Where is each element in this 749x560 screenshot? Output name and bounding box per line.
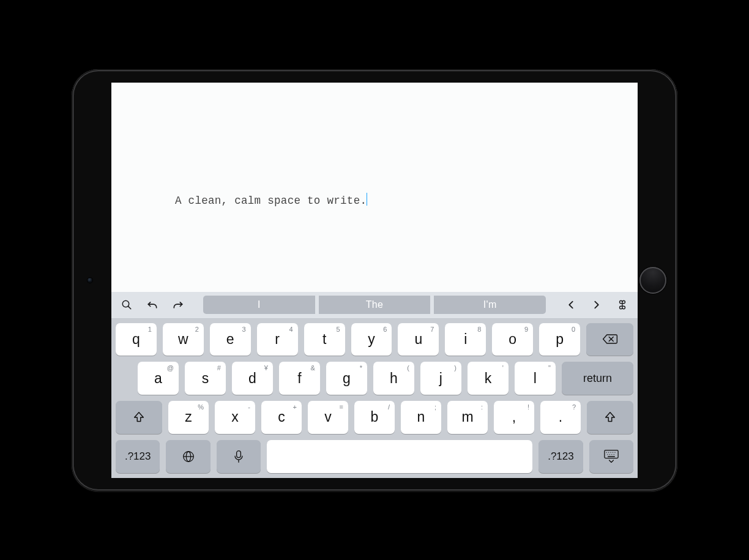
shift-icon — [132, 411, 146, 424]
backspace-icon — [602, 333, 619, 345]
numbers-key-right[interactable]: .?123 — [538, 440, 583, 473]
ipad-frame: A clean, calm space to write. I The I'm — [72, 69, 677, 491]
key-o[interactable]: 9o — [492, 323, 533, 356]
key-n[interactable]: ;n — [401, 401, 441, 434]
key-g[interactable]: *g — [326, 362, 367, 395]
redo-icon[interactable] — [168, 294, 188, 315]
key-b[interactable]: /b — [354, 401, 395, 434]
key-p[interactable]: 0p — [539, 323, 580, 356]
key-e[interactable]: 3e — [210, 323, 251, 356]
home-button[interactable] — [639, 267, 666, 294]
globe-key[interactable] — [166, 440, 210, 473]
key-h[interactable]: (h — [373, 362, 414, 395]
return-key[interactable]: return — [562, 362, 633, 395]
shift-key-left[interactable] — [116, 401, 162, 434]
prediction-1[interactable]: I — [203, 296, 315, 314]
key-comma[interactable]: !, — [494, 401, 534, 434]
key-c[interactable]: +c — [261, 401, 302, 434]
keyboard-dismiss-icon — [603, 449, 619, 464]
numbers-key-left[interactable]: .?123 — [116, 440, 160, 473]
key-a[interactable]: @a — [138, 362, 179, 395]
key-w[interactable]: 2w — [163, 323, 204, 356]
dictation-key[interactable] — [217, 440, 261, 473]
key-row-3: %z -x +c =v /b ;n :m !, ?. — [116, 401, 633, 434]
key-j[interactable]: )j — [420, 362, 461, 395]
key-row-2: @a #s ¥d &f *g (h )j 'k "l return — [116, 362, 633, 395]
shift-key-right[interactable] — [587, 401, 633, 434]
key-l[interactable]: "l — [515, 362, 556, 395]
key-i[interactable]: 8i — [445, 323, 486, 356]
undo-icon[interactable] — [142, 294, 163, 315]
prediction-2[interactable]: The — [319, 296, 431, 314]
key-row-1: 1q 2w 3e 4r 5t 6y 7u 8i 9o 0p — [116, 323, 633, 356]
key-v[interactable]: =v — [308, 401, 348, 434]
key-m[interactable]: :m — [447, 401, 488, 434]
search-icon[interactable] — [116, 294, 137, 315]
key-d[interactable]: ¥d — [232, 362, 273, 395]
text-cursor — [367, 193, 367, 206]
key-f[interactable]: &f — [279, 362, 320, 395]
keyboard: I The I'm 1q 2w — [111, 292, 638, 478]
text-editor[interactable]: A clean, calm space to write. — [111, 83, 638, 292]
key-k[interactable]: 'k — [468, 362, 509, 395]
key-z[interactable]: %z — [168, 401, 209, 434]
dismiss-keyboard-key[interactable] — [589, 440, 633, 473]
editor-text: A clean, calm space to write. — [175, 193, 367, 207]
screen: A clean, calm space to write. I The I'm — [111, 83, 638, 478]
prediction-3[interactable]: I'm — [434, 296, 546, 314]
microphone-icon — [234, 450, 244, 463]
key-q[interactable]: 1q — [116, 323, 157, 356]
key-s[interactable]: #s — [185, 362, 226, 395]
shift-icon — [603, 411, 617, 424]
key-t[interactable]: 5t — [304, 323, 345, 356]
space-key[interactable] — [267, 440, 532, 473]
svg-rect-7 — [237, 450, 241, 457]
keyboard-keys: 1q 2w 3e 4r 5t 6y 7u 8i 9o 0p — [111, 319, 638, 478]
globe-icon — [182, 450, 195, 463]
key-x[interactable]: -x — [215, 401, 255, 434]
chevron-right-icon[interactable] — [586, 294, 607, 315]
front-camera — [88, 278, 92, 283]
keyboard-accessory-bar: I The I'm — [111, 292, 638, 319]
command-icon[interactable] — [612, 294, 633, 315]
svg-line-1 — [129, 307, 131, 309]
key-r[interactable]: 4r — [257, 323, 298, 356]
key-u[interactable]: 7u — [398, 323, 439, 356]
chevron-left-icon[interactable] — [561, 294, 581, 315]
key-row-4: .?123 .?123 — [116, 440, 633, 473]
predictive-text-group: I The I'm — [203, 296, 546, 314]
key-period[interactable]: ?. — [540, 401, 581, 434]
key-y[interactable]: 6y — [351, 323, 392, 356]
backspace-key[interactable] — [586, 323, 633, 356]
